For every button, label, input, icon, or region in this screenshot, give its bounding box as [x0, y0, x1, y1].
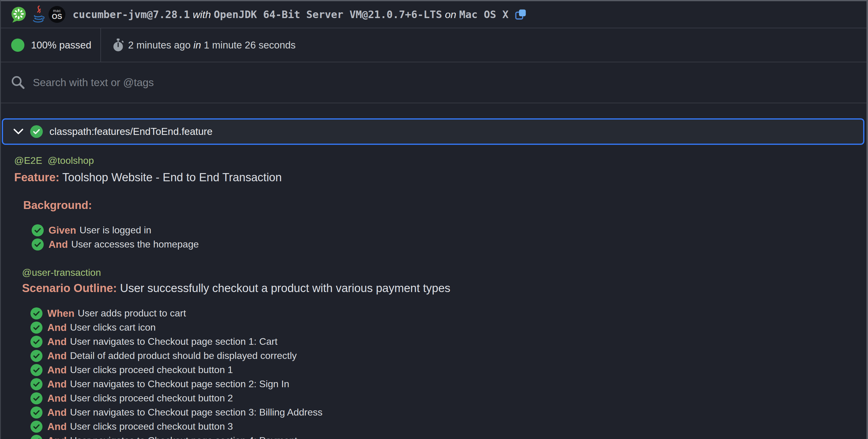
step-row: AndUser accesses the homepage — [32, 237, 867, 251]
step-row: AndUser navigates to Checkout page secti… — [30, 377, 867, 391]
tag[interactable]: @E2E — [14, 155, 42, 166]
step-row: AndUser navigates to Checkout page secti… — [30, 434, 867, 439]
step-row: AndUser clicks proceed checkout button 2 — [30, 391, 867, 405]
step-text: User navigates to Checkout page section … — [70, 336, 277, 347]
step-row: AndDetail of added product should be dis… — [30, 349, 867, 363]
scenario-steps: WhenUser adds product to cartAndUser cli… — [30, 306, 867, 439]
passed-percentage-label: 100% passed — [31, 39, 91, 51]
step-text: User is logged in — [80, 225, 151, 236]
spacer — [1, 103, 867, 118]
feature-name: Toolshop Website - End to End Transactio… — [59, 171, 282, 184]
step-passed-check-icon — [30, 406, 42, 418]
step-keyword: And — [47, 435, 67, 439]
step-text: User navigates to Checkout page section … — [70, 407, 322, 418]
stats-bar: 100% passed 2 minutes ago in 1 minute 26… — [1, 28, 867, 62]
time-ago-text: 2 minutes ago — [128, 39, 193, 50]
scenario-tags: @user-transaction — [22, 267, 867, 278]
background-section: Background: GivenUser is logged inAndUse… — [23, 199, 867, 251]
step-passed-check-icon — [30, 350, 42, 362]
scenario-name: User successfully checkout a product wit… — [117, 282, 451, 295]
feature-passed-check-icon — [30, 125, 43, 138]
step-text: User clicks cart icon — [70, 322, 156, 333]
duration-text: 1 minute 26 seconds — [201, 39, 296, 50]
step-row: GivenUser is logged in — [32, 223, 867, 237]
step-keyword: And — [47, 378, 67, 390]
step-keyword: And — [47, 322, 67, 333]
tag[interactable]: @user-transaction — [22, 267, 101, 278]
java-logo-icon — [31, 5, 45, 24]
scenario-section: @user-transaction Scenario Outline: User… — [22, 267, 867, 439]
feature-file-accordion[interactable]: classpath:features/EndToEnd.feature — [2, 118, 864, 145]
feature-file-path: classpath:features/EndToEnd.feature — [50, 126, 213, 137]
scenario-keyword: Scenario Outline: — [22, 282, 117, 295]
step-row: AndUser navigates to Checkout page secti… — [30, 405, 867, 419]
stats-divider — [100, 28, 101, 62]
step-passed-check-icon — [30, 364, 42, 376]
step-passed-check-icon — [30, 378, 42, 390]
step-text: User clicks proceed checkout button 1 — [70, 364, 233, 375]
feature-panel: @E2E@toolshop Feature: Toolshop Website … — [1, 145, 867, 439]
background-steps: GivenUser is logged inAndUser accesses t… — [32, 223, 867, 251]
scenario-title: Scenario Outline: User successfully chec… — [22, 282, 867, 295]
step-keyword: And — [47, 364, 67, 376]
macos-logo-icon: macOS — [49, 6, 65, 23]
title-italic-1: with — [190, 9, 214, 20]
background-heading: Background: — [23, 199, 867, 212]
step-row: AndUser clicks proceed checkout button 1 — [30, 363, 867, 377]
search-bar — [1, 62, 867, 103]
step-row: AndUser clicks cart icon — [30, 320, 867, 335]
step-text: Detail of added product should be displa… — [70, 350, 297, 361]
step-text: User adds product to cart — [78, 308, 186, 319]
run-time-text: 2 minutes ago in 1 minute 26 seconds — [128, 39, 296, 51]
copy-icon[interactable] — [515, 8, 527, 21]
step-keyword: When — [47, 308, 74, 319]
step-keyword: And — [47, 350, 67, 362]
step-row: WhenUser adds product to cart — [30, 306, 867, 320]
feature-keyword: Feature: — [14, 171, 59, 184]
search-icon — [10, 75, 26, 90]
background-keyword: Background: — [23, 199, 92, 211]
step-text: User accesses the homepage — [71, 239, 198, 250]
cucumber-report-window: macOS cucumber-jvm@7.28.1 with OpenJDK 6… — [0, 0, 868, 439]
stopwatch-icon — [113, 38, 124, 52]
title-mono-2: OpenJDK 64-Bit Server VM@21.0.7+6-LTS — [214, 8, 442, 21]
step-keyword: And — [47, 336, 67, 347]
chevron-down-icon — [13, 128, 24, 135]
step-passed-check-icon — [32, 224, 44, 236]
tag[interactable]: @toolshop — [48, 155, 94, 166]
step-keyword: And — [47, 421, 67, 432]
step-keyword: And — [47, 393, 67, 404]
step-text: User clicks proceed checkout button 2 — [70, 393, 233, 404]
feature-tags: @E2E@toolshop — [14, 155, 867, 166]
step-keyword: And — [49, 239, 68, 250]
report-title: cucumber-jvm@7.28.1 with OpenJDK 64-Bit … — [73, 8, 508, 21]
step-passed-check-icon — [32, 238, 44, 250]
passed-status-dot-icon — [11, 38, 24, 52]
step-passed-check-icon — [30, 307, 42, 319]
search-input[interactable] — [32, 76, 867, 89]
cucumber-logo-icon — [10, 6, 27, 23]
step-keyword: Given — [49, 225, 76, 236]
step-text: User navigates to Checkout page section … — [70, 378, 289, 390]
step-text: User clicks proceed checkout button 3 — [70, 421, 233, 432]
report-header: macOS cucumber-jvm@7.28.1 with OpenJDK 6… — [1, 1, 867, 28]
step-passed-check-icon — [30, 435, 42, 439]
step-passed-check-icon — [30, 322, 42, 334]
step-row: AndUser navigates to Checkout page secti… — [30, 335, 867, 349]
in-word: in — [193, 39, 201, 50]
title-mono-1: cucumber-jvm@7.28.1 — [73, 8, 190, 21]
step-text: User navigates to Checkout page section … — [70, 435, 297, 439]
step-row: AndUser clicks proceed checkout button 3 — [30, 419, 867, 434]
title-italic-2: on — [442, 9, 459, 20]
step-keyword: And — [47, 407, 67, 418]
step-passed-check-icon — [30, 336, 42, 348]
title-mono-3: Mac OS X — [459, 8, 508, 21]
feature-title: Feature: Toolshop Website - End to End T… — [14, 171, 867, 184]
step-passed-check-icon — [30, 392, 42, 404]
step-passed-check-icon — [30, 420, 42, 433]
